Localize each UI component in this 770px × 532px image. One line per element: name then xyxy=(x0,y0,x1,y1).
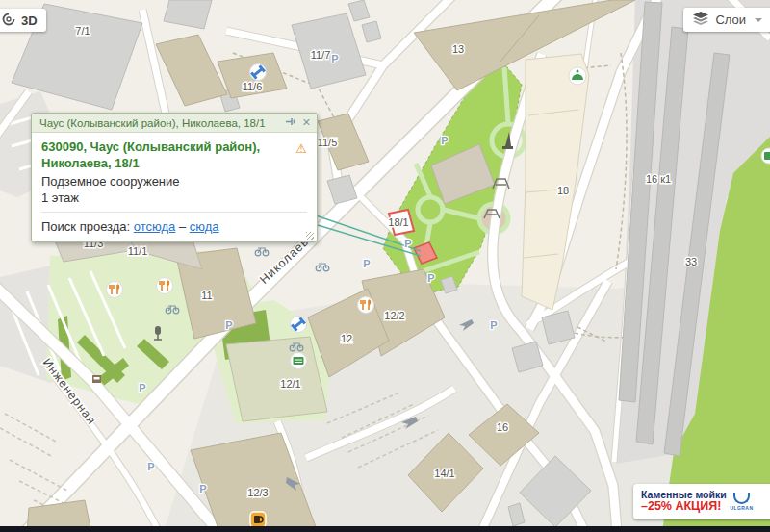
restaurant-icon[interactable] xyxy=(157,278,173,294)
route-search-row: Поиск проезда: отсюда – сюда xyxy=(41,219,307,234)
balloon-body: 630090, Чаус (Колыванский район), Никола… xyxy=(32,133,317,241)
layers-icon xyxy=(693,12,708,28)
svg-text:P: P xyxy=(363,258,370,269)
3d-button[interactable]: 3D xyxy=(0,9,46,32)
close-icon[interactable]: ✕ xyxy=(302,117,311,128)
svg-text:11/7: 11/7 xyxy=(311,49,331,61)
balloon-line-floors: 1 этаж xyxy=(41,190,307,205)
warning-icon: ⚠ xyxy=(295,141,307,156)
svg-text:11/6: 11/6 xyxy=(243,81,263,92)
svg-text:16: 16 xyxy=(497,421,508,433)
ad-line2: –25% АКЦИЯ! xyxy=(641,500,727,514)
ad-banner[interactable]: Каменные мойки –25% АКЦИЯ! ULGRAN xyxy=(633,484,770,519)
svg-text:11: 11 xyxy=(201,290,212,301)
fountain-icon[interactable] xyxy=(569,67,586,85)
pin-icon[interactable] xyxy=(285,116,295,129)
map-viewport[interactable]: Николаева Инженерная 7/1 11/7 13 11/6 11… xyxy=(0,0,770,532)
gym-dumbbell-icon[interactable] xyxy=(250,64,267,81)
chevron-down-icon xyxy=(755,18,762,22)
svg-text:12/3: 12/3 xyxy=(247,487,268,498)
svg-text:P: P xyxy=(199,483,206,494)
route-from-link[interactable]: отсюда xyxy=(134,219,176,234)
bottom-bar xyxy=(0,526,770,532)
3d-button-label: 3D xyxy=(21,13,38,28)
svg-text:P: P xyxy=(147,461,154,472)
svg-text:P: P xyxy=(225,319,232,331)
svg-text:P: P xyxy=(331,53,338,64)
shop-icon xyxy=(92,375,101,383)
restaurant-icon[interactable] xyxy=(107,282,123,298)
route-search-label: Поиск проезда: xyxy=(41,219,134,234)
svg-text:12/2: 12/2 xyxy=(384,310,404,321)
ad-brand-label: ULGRAN xyxy=(731,506,754,511)
rotate-icon xyxy=(2,13,15,29)
svg-text:13: 13 xyxy=(452,43,464,55)
svg-text:P: P xyxy=(404,238,411,249)
gym-dumbbell-icon[interactable] xyxy=(291,317,307,333)
svg-text:33: 33 xyxy=(685,256,697,267)
resize-grip[interactable] xyxy=(306,232,314,240)
svg-text:12/1: 12/1 xyxy=(280,378,300,390)
svg-text:P: P xyxy=(139,382,145,393)
svg-text:14/1: 14/1 xyxy=(434,468,454,479)
svg-text:P: P xyxy=(427,272,434,284)
balloon-title: 630090, Чаус (Колыванский район), Никола… xyxy=(41,139,307,172)
svg-text:7/1: 7/1 xyxy=(75,25,90,37)
restaurant-icon[interactable] xyxy=(358,297,374,314)
route-separator: – xyxy=(175,219,189,234)
atm-icon[interactable] xyxy=(291,353,307,369)
layers-button-label: Слои xyxy=(715,13,746,27)
svg-text:18/1: 18/1 xyxy=(388,216,408,228)
balloon-header[interactable]: Чаус (Колыванский район), Николаева, 18/… xyxy=(32,114,317,133)
svg-text:11/5: 11/5 xyxy=(318,137,338,148)
svg-text:11/1: 11/1 xyxy=(128,245,148,257)
balloon-popup: Чаус (Колыванский район), Николаева, 18/… xyxy=(31,113,318,242)
balloon-line-type: Подземное сооружение xyxy=(41,174,307,189)
pub-icon[interactable] xyxy=(250,512,266,527)
ulgran-logo: ULGRAN xyxy=(731,493,754,511)
svg-text:16 к1: 16 к1 xyxy=(646,173,671,185)
route-to-link[interactable]: сюда xyxy=(190,219,219,234)
layers-button[interactable]: Слои xyxy=(683,8,770,32)
svg-text:12: 12 xyxy=(341,333,352,344)
svg-text:18: 18 xyxy=(557,185,569,196)
svg-text:P: P xyxy=(441,135,448,146)
map-canvas[interactable]: Николаева Инженерная 7/1 11/7 13 11/6 11… xyxy=(0,0,770,532)
balloon-header-title: Чаус (Колыванский район), Николаева, 18/… xyxy=(39,117,278,129)
divider xyxy=(41,212,307,213)
svg-text:P: P xyxy=(490,319,497,331)
